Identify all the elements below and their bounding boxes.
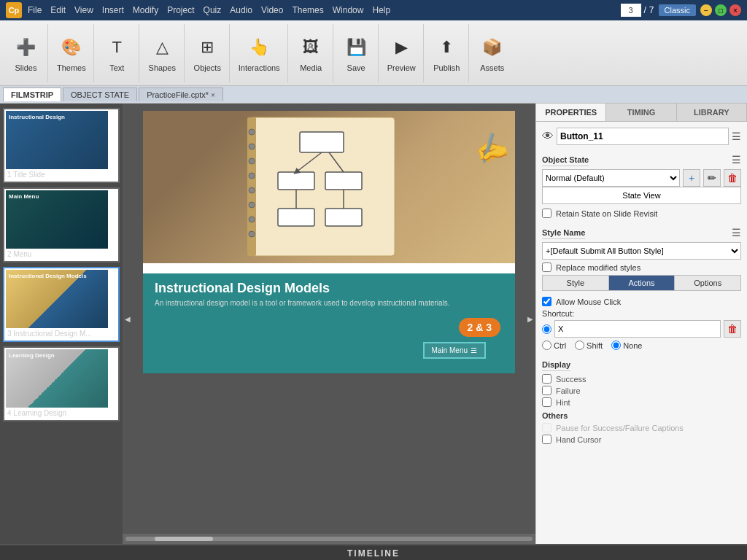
slide-canvas: ✍ Instructional Design Models An instruc… [143, 111, 515, 373]
style-name-title: Style Name [542, 228, 585, 239]
svg-rect-10 [300, 132, 344, 152]
menu-item-video[interactable]: Video [261, 5, 283, 15]
state-dropdown[interactable]: Normal (Default) [542, 169, 680, 187]
slide-thumb-2[interactable]: Main Menu 2 Menu [3, 187, 120, 262]
preset-button[interactable]: Classic [659, 4, 696, 16]
display-checkbox-success[interactable] [542, 374, 551, 384]
slides-ribbon-icon: ➕ [13, 34, 39, 61]
none-option[interactable]: None [611, 341, 642, 350]
shapes-ribbon-icon: △ [149, 34, 175, 61]
preview-ribbon-icon: ▶ [388, 34, 414, 61]
display-checkbox-failure[interactable] [542, 386, 551, 395]
style-tab-style[interactable]: Style [543, 276, 609, 290]
display-label-success: Success [556, 375, 587, 384]
ribbon-group-objects[interactable]: ⊞Objects [186, 24, 230, 82]
horizontal-scrollbar[interactable] [123, 534, 535, 544]
title-bar-right: / 7 Classic − □ × [621, 4, 741, 17]
shortcut-delete-button[interactable]: 🗑 [724, 320, 741, 338]
allow-mouse-click-checkbox[interactable] [542, 297, 551, 306]
tab-close-practice-file[interactable]: × [209, 91, 215, 99]
maximize-button[interactable]: □ [715, 4, 727, 16]
retain-state-checkbox[interactable] [542, 209, 551, 218]
menu-item-project[interactable]: Project [167, 5, 194, 15]
menu-item-edit[interactable]: Edit [50, 5, 66, 15]
ribbon-group-interactions[interactable]: 👆Interactions [231, 24, 288, 82]
ribbon-group-media[interactable]: 🖼Media [290, 24, 333, 82]
none-radio[interactable] [611, 341, 621, 350]
window-controls[interactable]: − □ × [700, 4, 741, 16]
close-button[interactable]: × [729, 4, 741, 16]
ribbon-group-shapes[interactable]: △Shapes [141, 24, 185, 82]
menu-item-themes[interactable]: Themes [292, 5, 323, 15]
object-state-menu-icon[interactable]: ☰ [732, 154, 741, 166]
tab-filmstrip[interactable]: FILMSTRIP [3, 88, 61, 101]
ribbon-group-preview[interactable]: ▶Preview [380, 24, 424, 82]
ribbon-group-text[interactable]: TText [96, 24, 139, 82]
menu-item-quiz[interactable]: Quiz [204, 5, 222, 15]
panel-menu-icon[interactable]: ☰ [732, 131, 741, 142]
object-name-input[interactable] [557, 128, 729, 145]
panel-tabs[interactable]: PROPERTIESTIMINGLIBRARY [536, 104, 747, 122]
style-name-dropdown[interactable]: +[Default Submit All Button Style] [542, 242, 741, 260]
slide-thumb-label-2: 2 Menu [6, 249, 117, 260]
shift-radio[interactable] [575, 341, 584, 350]
panel-tab-properties[interactable]: PROPERTIES [536, 104, 606, 121]
shift-option[interactable]: Shift [575, 341, 603, 350]
menu-item-window[interactable]: Window [333, 5, 364, 15]
add-state-button[interactable]: + [683, 169, 700, 187]
shortcut-input[interactable] [554, 320, 721, 338]
text-ribbon-label: Text [109, 63, 124, 72]
slide-number-input[interactable] [621, 4, 641, 17]
slide-thumb-3[interactable]: Instructional Design Models 3 Instructio… [3, 267, 120, 342]
minimize-button[interactable]: − [700, 4, 712, 16]
panel-tab-timing[interactable]: TIMING [606, 104, 676, 121]
delete-state-button[interactable]: 🗑 [724, 169, 741, 187]
themes-ribbon-label: Themes [57, 63, 86, 72]
panel-tab-library[interactable]: LIBRARY [677, 104, 747, 121]
ctrl-option[interactable]: Ctrl [542, 341, 566, 350]
shortcut-radio[interactable] [542, 324, 551, 334]
svg-point-3 [249, 144, 255, 149]
main-menu-button[interactable]: Main Menu ☰ [423, 342, 486, 359]
ribbon-group-slides[interactable]: ➕Slides [4, 24, 48, 82]
slide-thumb-4[interactable]: Learning Design 4 Learning Design [3, 346, 120, 421]
media-ribbon-icon: 🖼 [298, 34, 324, 61]
slide-thumb-image-4: Learning Design [6, 349, 108, 408]
menu-item-file[interactable]: File [28, 5, 42, 15]
tab-practice-file[interactable]: PracticeFile.cptx* × [139, 88, 223, 101]
menu-item-audio[interactable]: Audio [230, 5, 252, 15]
text-ribbon-icon: T [104, 34, 130, 61]
state-view-button[interactable]: State View [542, 187, 741, 204]
slide-thumb-label-1: 1 Title Slide [6, 169, 117, 180]
scrollbar-thumb[interactable] [155, 537, 213, 541]
style-tab-options[interactable]: Options [675, 276, 740, 290]
menu-item-view[interactable]: View [74, 5, 93, 15]
ctrl-radio[interactable] [542, 341, 551, 350]
menu-item-modify[interactable]: Modify [133, 5, 158, 15]
slide-thumb-1[interactable]: Instructional Design 1 Title Slide [3, 108, 120, 183]
ribbon-group-assets[interactable]: 📦Assets [471, 24, 514, 82]
style-tab-actions[interactable]: Actions [609, 276, 676, 290]
display-item-success: Success [542, 374, 741, 384]
replace-modified-checkbox[interactable] [542, 262, 551, 272]
tab-object-state[interactable]: OBJECT STATE [63, 88, 137, 101]
scroll-right-arrow[interactable]: ▶ [525, 111, 535, 526]
display-checkbox-hint[interactable] [542, 397, 551, 407]
visibility-icon[interactable]: 👁 [542, 130, 554, 143]
style-name-menu-icon[interactable]: ☰ [732, 227, 741, 238]
ribbon-group-publish[interactable]: ⬆Publish [425, 24, 469, 82]
shapes-ribbon-label: Shapes [149, 63, 176, 72]
scroll-left-arrow[interactable]: ◀ [123, 111, 133, 526]
ctrl-label: Ctrl [554, 341, 566, 350]
menu-item-insert[interactable]: Insert [102, 5, 124, 15]
edit-state-button[interactable]: ✏ [703, 169, 721, 187]
menu-item-help[interactable]: Help [372, 5, 390, 15]
tabs-bar: FILMSTRIPOBJECT STATEPracticeFile.cptx* … [0, 86, 747, 104]
ribbon-group-themes[interactable]: 🎨Themes [50, 24, 94, 82]
main-menu-icon: ☰ [471, 346, 477, 354]
menu-bar[interactable]: FileEditViewInsertModifyProjectQuizAudio… [28, 5, 390, 15]
ribbon-group-save[interactable]: 💾Save [335, 24, 379, 82]
interactions-ribbon-label: Interactions [239, 63, 280, 72]
style-action-tabs[interactable]: StyleActionsOptions [542, 275, 741, 291]
others-checkbox-hand-cursor[interactable] [542, 435, 551, 444]
